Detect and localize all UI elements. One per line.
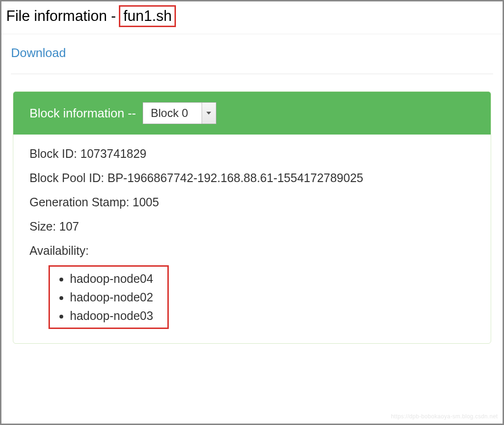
availability-highlight: hadoop-node04 hadoop-node02 hadoop-node0… (48, 265, 169, 329)
filename-highlight: fun1.sh (119, 5, 176, 27)
availability-list: hadoop-node04 hadoop-node02 hadoop-node0… (54, 270, 153, 325)
size-label: Size: (29, 220, 56, 233)
block-pool-id-value: BP-1966867742-192.168.88.61-155417278902… (107, 171, 363, 184)
block-id-field: Block ID: 1073741829 (29, 147, 475, 161)
list-item: hadoop-node04 (70, 270, 153, 288)
block-select[interactable]: Block 0 (143, 102, 216, 124)
download-link[interactable]: Download (11, 46, 66, 60)
list-item: hadoop-node03 (70, 307, 153, 325)
block-pool-id-label: Block Pool ID: (29, 171, 104, 184)
page-title: File information - fun1.sh (6, 5, 498, 27)
size-value: 107 (59, 220, 79, 233)
block-information-panel: Block information -- Block 0 Block ID: 1… (13, 91, 491, 344)
generation-stamp-value: 1005 (133, 195, 159, 209)
content-area: Download Block information -- Block 0 Bl… (1, 34, 503, 344)
availability-label: Availability: (29, 244, 475, 258)
block-info-label: Block information -- (29, 106, 136, 121)
block-id-label: Block ID: (29, 147, 77, 160)
block-select-value: Block 0 (143, 103, 202, 124)
block-id-value: 1073741829 (80, 147, 146, 160)
chevron-down-icon (202, 103, 216, 124)
block-panel-body: Block ID: 1073741829 Block Pool ID: BP-1… (13, 135, 491, 343)
block-pool-id-field: Block Pool ID: BP-1966867742-192.168.88.… (29, 171, 475, 185)
title-prefix: File information - (6, 8, 120, 24)
size-field: Size: 107 (29, 220, 475, 233)
page-header: File information - fun1.sh (1, 1, 503, 34)
generation-stamp-label: Generation Stamp: (29, 195, 129, 209)
list-item: hadoop-node02 (70, 288, 153, 307)
watermark: https://dpb-bobokaoya-sm.blog.csdn.net (391, 413, 498, 420)
generation-stamp-field: Generation Stamp: 1005 (29, 195, 475, 209)
separator (11, 74, 493, 74)
block-panel-header: Block information -- Block 0 (13, 92, 491, 135)
